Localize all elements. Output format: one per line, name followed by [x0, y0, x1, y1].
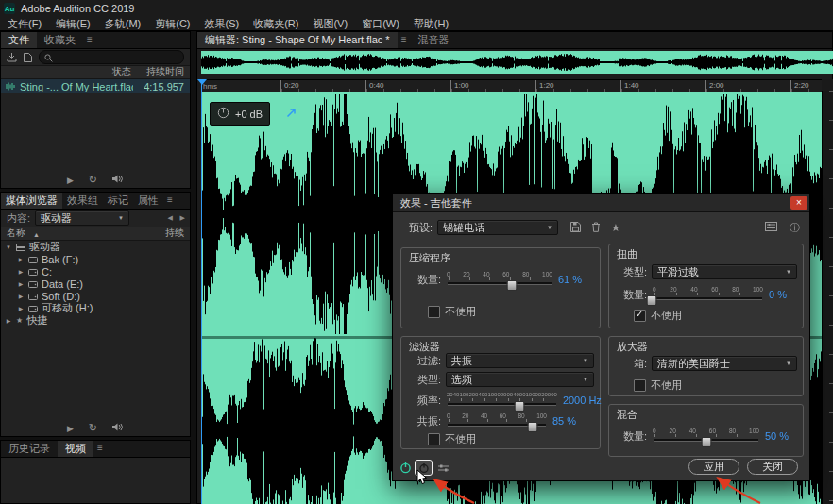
panel-menu-icon[interactable]: ≡: [83, 32, 96, 48]
menu-item[interactable]: 收藏夹(R): [253, 17, 298, 31]
play-icon[interactable]: ▶: [67, 424, 74, 433]
column-duration[interactable]: 持续时间: [146, 66, 184, 77]
effect-power-toggle[interactable]: [398, 461, 414, 475]
caret-right-icon[interactable]: ▶: [17, 256, 25, 262]
tree-item-drive[interactable]: ▶ C:: [1, 265, 190, 277]
tree-item-drive[interactable]: ▶ Bak (F:): [1, 253, 190, 265]
tab-mixer[interactable]: 混音器: [410, 32, 456, 48]
tab-media-browser[interactable]: 媒体浏览器: [1, 193, 62, 209]
menu-item[interactable]: 效果(S): [205, 17, 240, 31]
filter-bypass-checkbox[interactable]: 不使用: [428, 432, 476, 446]
dialog-title-bar[interactable]: 效果 - 吉他套件: [393, 194, 809, 212]
apply-button[interactable]: 应用: [688, 459, 740, 475]
gain-hud[interactable]: +0 dB: [210, 102, 270, 126]
hud-pin-icon[interactable]: [286, 105, 297, 122]
menu-item[interactable]: 视图(V): [313, 17, 348, 31]
panel-menu-icon[interactable]: ≡: [163, 193, 177, 209]
playhead[interactable]: [201, 79, 202, 504]
resonance-slider[interactable]: 020406080100: [446, 412, 548, 429]
compressor-bypass-checkbox[interactable]: 不使用: [428, 305, 476, 319]
tab-markers[interactable]: 标记: [103, 193, 133, 209]
tree-item-drives-root[interactable]: ▼ 驱动器: [1, 241, 190, 253]
distortion-bypass-checkbox[interactable]: 不使用: [634, 309, 682, 323]
import-file-icon[interactable]: [7, 49, 17, 66]
compressor-amount-slider[interactable]: 020406080100: [446, 271, 553, 288]
slider-handle[interactable]: [647, 295, 657, 306]
menu-item[interactable]: 剪辑(C): [155, 17, 190, 31]
menu-item[interactable]: 多轨(M): [105, 17, 142, 31]
caret-right-icon[interactable]: ▶: [17, 268, 25, 275]
tab-files[interactable]: 文件: [1, 32, 37, 48]
effect-rack-icon[interactable]: [765, 222, 777, 233]
menu-item[interactable]: 文件(F): [8, 17, 42, 31]
dialog-close-button[interactable]: ×: [790, 196, 808, 210]
distortion-type-select[interactable]: 平滑过载▼: [652, 264, 797, 279]
column-duration[interactable]: 持续: [165, 227, 184, 239]
favorite-star-icon[interactable]: ★: [611, 222, 620, 234]
gain-value[interactable]: +0 dB: [235, 109, 263, 120]
tab-properties[interactable]: 属性: [133, 193, 163, 209]
loop-icon[interactable]: ↻: [89, 174, 97, 186]
tab-editor[interactable]: 编辑器: Sting - Shape Of My Heart.flac *: [197, 32, 398, 48]
info-icon[interactable]: ⓘ: [790, 221, 800, 235]
slider-handle[interactable]: [527, 422, 537, 432]
menu-item[interactable]: 编辑(E): [56, 17, 91, 31]
caret-right-icon[interactable]: ▶: [17, 305, 25, 311]
mix-amount-value[interactable]: 50 %: [765, 430, 797, 442]
tree-item-drive[interactable]: ▶ Data (E:): [1, 277, 190, 290]
delete-preset-icon[interactable]: [591, 222, 601, 234]
nav-forward-icon[interactable]: ▶: [180, 214, 185, 222]
frequency-slider[interactable]: 20401002004001000200040001000020000: [446, 392, 558, 409]
preset-select[interactable]: 锡罐电话▼: [437, 220, 558, 235]
file-row[interactable]: Sting -... Of My Heart.flac * 4:15.957: [1, 79, 190, 93]
tab-effects-rack[interactable]: 效果组: [62, 193, 103, 209]
menu-item[interactable]: 窗口(W): [362, 17, 400, 31]
timeline-ruler[interactable]: hms 0:200:401:001:201:402:002:20: [201, 79, 822, 92]
tab-favorites[interactable]: 收藏夹: [37, 32, 83, 48]
speaker-icon[interactable]: [112, 175, 124, 185]
close-button[interactable]: 关闭: [747, 459, 798, 475]
amplitude-ruler[interactable]: [822, 91, 833, 504]
compressor-amount-value[interactable]: 61 %: [558, 274, 594, 285]
distortion-amount-value[interactable]: 0 %: [769, 289, 797, 300]
menu-item[interactable]: 帮助(H): [414, 17, 449, 31]
overview-waveform[interactable]: [201, 51, 833, 74]
filter-select[interactable]: 共振▼: [446, 353, 594, 368]
slider-handle[interactable]: [701, 437, 711, 447]
mix-amount-slider[interactable]: 020406080100: [652, 428, 760, 445]
caret-right-icon[interactable]: ▶: [17, 280, 25, 287]
panel-menu-icon[interactable]: ≡: [398, 32, 411, 48]
media-column-header[interactable]: 名称 ▲ 持续: [1, 227, 190, 241]
column-status[interactable]: 状态: [112, 66, 131, 77]
nav-back-icon[interactable]: ◀: [168, 214, 173, 222]
speaker-icon[interactable]: [112, 423, 124, 433]
caret-right-icon[interactable]: ▶: [5, 317, 12, 324]
caret-down-icon[interactable]: ▼: [5, 244, 12, 250]
distortion-amount-slider[interactable]: 020406080100: [652, 286, 764, 303]
files-column-header[interactable]: 状态 持续时间: [1, 65, 190, 79]
resonance-value[interactable]: 85 %: [552, 415, 594, 427]
tab-history[interactable]: 历史记录: [1, 441, 58, 457]
play-icon[interactable]: ▶: [67, 176, 74, 185]
column-name[interactable]: 名称: [7, 227, 26, 239]
tree-item-drive[interactable]: ▶ Soft (D:): [1, 290, 190, 302]
loop-icon[interactable]: ↻: [89, 422, 97, 434]
playhead-marker[interactable]: [197, 79, 207, 85]
toggle-state-button[interactable]: [416, 461, 432, 475]
save-preset-icon[interactable]: [570, 222, 581, 234]
content-select[interactable]: 驱动器▼: [35, 210, 129, 226]
search-input[interactable]: [39, 50, 184, 64]
panel-menu-icon[interactable]: ≡: [94, 441, 107, 457]
new-file-icon[interactable]: [24, 49, 32, 66]
tab-video[interactable]: 视频: [58, 441, 94, 457]
slider-handle[interactable]: [506, 280, 517, 291]
cabinet-select[interactable]: 清新的美国爵士▼: [652, 356, 797, 371]
tree-item-shortcuts[interactable]: ▶ ★ 快捷: [1, 314, 190, 327]
slider-handle[interactable]: [515, 401, 525, 412]
caret-right-icon[interactable]: ▶: [17, 293, 25, 299]
knob-icon[interactable]: [217, 107, 230, 121]
filter-type-select[interactable]: 选频▼: [446, 372, 594, 387]
amplifier-bypass-checkbox[interactable]: 不使用: [634, 378, 682, 393]
frequency-value[interactable]: 2000 Hz: [563, 395, 604, 406]
preview-rack-button[interactable]: [435, 461, 451, 475]
